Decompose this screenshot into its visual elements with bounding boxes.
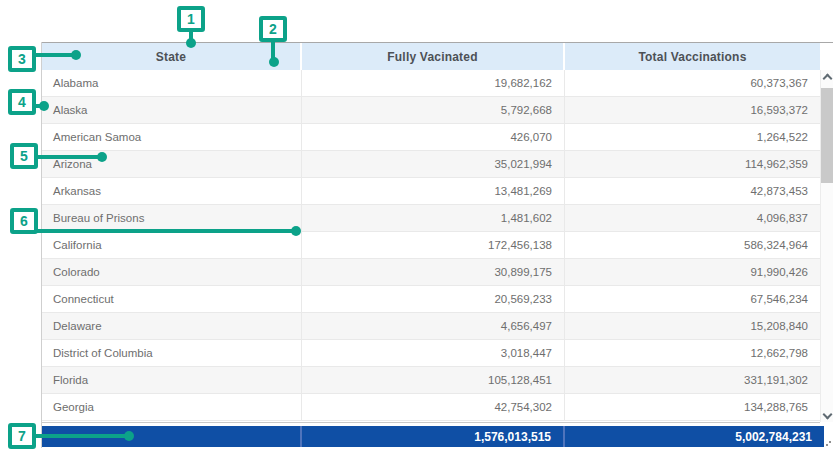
column-header-fully-vaccinated[interactable]: Fully Vacinated bbox=[302, 43, 565, 70]
summary-total-vaccinations-value: 5,002,784,231 bbox=[565, 426, 824, 447]
table-row[interactable]: Bureau of Prisons1,481,6024,096,837 bbox=[42, 205, 820, 232]
table-row[interactable]: Florida105,128,451331,191,302 bbox=[42, 367, 820, 394]
state-cell: Georgia bbox=[42, 394, 302, 420]
chevron-down-icon bbox=[822, 410, 832, 420]
fully-vaccinated-cell: 426,070 bbox=[302, 124, 565, 150]
callout-3-leader-dot bbox=[71, 50, 81, 60]
fully-vaccinated-cell: 20,569,233 bbox=[302, 286, 565, 312]
table-row[interactable]: Delaware4,656,49715,208,840 bbox=[42, 313, 820, 340]
resize-grip-icon[interactable] bbox=[826, 444, 828, 446]
table-row[interactable]: Georgia42,754,302134,288,765 bbox=[42, 394, 820, 421]
callout-7-leader-line bbox=[34, 434, 127, 438]
annotation-callout-2: 2 bbox=[259, 16, 287, 42]
column-header-state[interactable]: State bbox=[42, 43, 302, 70]
annotation-callout-4: 4 bbox=[8, 89, 36, 115]
state-cell: Delaware bbox=[42, 313, 302, 339]
fully-vaccinated-cell: 1,481,602 bbox=[302, 205, 565, 231]
state-cell: Alaska bbox=[42, 97, 302, 123]
fully-vaccinated-cell: 42,754,302 bbox=[302, 394, 565, 420]
summary-fully-vaccinated-value: 1,576,013,515 bbox=[302, 426, 565, 447]
state-cell: Bureau of Prisons bbox=[42, 205, 302, 231]
table-row[interactable]: American Samoa426,0701,264,522 bbox=[42, 124, 820, 151]
annotation-callout-3: 3 bbox=[8, 46, 36, 72]
fully-vaccinated-cell: 3,018,447 bbox=[302, 340, 565, 366]
total-vaccinations-cell: 12,662,798 bbox=[565, 340, 820, 366]
table-row[interactable]: Alabama19,682,16260,373,367 bbox=[42, 70, 820, 97]
callout-2-leader-dot bbox=[269, 57, 279, 67]
total-vaccinations-cell: 4,096,837 bbox=[565, 205, 820, 231]
annotation-callout-6: 6 bbox=[10, 208, 38, 234]
fully-vaccinated-cell: 19,682,162 bbox=[302, 70, 565, 96]
table-row[interactable]: Connecticut20,569,23367,546,234 bbox=[42, 286, 820, 313]
scroll-down-button[interactable] bbox=[821, 408, 833, 422]
total-vaccinations-cell: 114,962,359 bbox=[565, 151, 820, 177]
table-row[interactable]: California172,456,138586,324,964 bbox=[42, 232, 820, 259]
callout-5-leader-dot bbox=[97, 152, 107, 162]
total-vaccinations-cell: 331,191,302 bbox=[565, 367, 820, 393]
table-header-row: State Fully Vacinated Total Vaccinations bbox=[42, 43, 820, 70]
callout-3-leader-line bbox=[34, 53, 74, 57]
state-cell: Alabama bbox=[42, 70, 302, 96]
scrollbar-thumb[interactable] bbox=[821, 88, 833, 183]
fully-vaccinated-cell: 4,656,497 bbox=[302, 313, 565, 339]
chevron-up-icon bbox=[822, 74, 832, 84]
state-cell: Florida bbox=[42, 367, 302, 393]
callout-5-leader-line bbox=[36, 155, 100, 159]
fully-vaccinated-cell: 172,456,138 bbox=[302, 232, 565, 258]
screenshot-stage: State Fully Vacinated Total Vaccinations… bbox=[0, 0, 833, 453]
summary-row: 1,576,013,515 5,002,784,231 bbox=[42, 426, 824, 447]
state-cell: Arkansas bbox=[42, 178, 302, 204]
state-cell: American Samoa bbox=[42, 124, 302, 150]
total-vaccinations-cell: 91,990,426 bbox=[565, 259, 820, 285]
table-row[interactable]: District of Columbia3,018,44712,662,798 bbox=[42, 340, 820, 367]
callout-4-leader-dot bbox=[39, 101, 49, 111]
total-vaccinations-cell: 42,873,453 bbox=[565, 178, 820, 204]
state-cell: District of Columbia bbox=[42, 340, 302, 366]
annotation-callout-7: 7 bbox=[8, 423, 36, 449]
resize-grip-icon[interactable] bbox=[829, 441, 831, 443]
total-vaccinations-cell: 1,264,522 bbox=[565, 124, 820, 150]
callout-1-leader-dot bbox=[186, 38, 196, 48]
table-row[interactable]: Colorado30,899,17591,990,426 bbox=[42, 259, 820, 286]
state-cell: Connecticut bbox=[42, 286, 302, 312]
total-vaccinations-cell: 134,288,765 bbox=[565, 394, 820, 420]
total-vaccinations-cell: 16,593,372 bbox=[565, 97, 820, 123]
annotation-callout-5: 5 bbox=[10, 143, 38, 169]
fully-vaccinated-cell: 5,792,668 bbox=[302, 97, 565, 123]
total-vaccinations-cell: 15,208,840 bbox=[565, 313, 820, 339]
total-vaccinations-cell: 586,324,964 bbox=[565, 232, 820, 258]
fully-vaccinated-cell: 35,021,994 bbox=[302, 151, 565, 177]
fully-vaccinated-cell: 13,481,269 bbox=[302, 178, 565, 204]
table-row[interactable]: Arkansas13,481,26942,873,453 bbox=[42, 178, 820, 205]
callout-6-leader-line bbox=[36, 229, 294, 233]
table-row[interactable]: Arizona35,021,994114,962,359 bbox=[42, 151, 820, 178]
scroll-up-button[interactable] bbox=[821, 70, 833, 84]
total-vaccinations-cell: 67,546,234 bbox=[565, 286, 820, 312]
column-header-total-vaccinations[interactable]: Total Vaccinations bbox=[565, 43, 820, 70]
vertical-scrollbar[interactable] bbox=[820, 70, 833, 422]
callout-6-leader-dot bbox=[291, 226, 301, 236]
table-row[interactable]: Alaska5,792,66816,593,372 bbox=[42, 97, 820, 124]
state-cell: California bbox=[42, 232, 302, 258]
callout-7-leader-dot bbox=[124, 431, 134, 441]
annotation-callout-1: 1 bbox=[177, 6, 205, 32]
fully-vaccinated-cell: 105,128,451 bbox=[302, 367, 565, 393]
state-cell: Colorado bbox=[42, 259, 302, 285]
fully-vaccinated-cell: 30,899,175 bbox=[302, 259, 565, 285]
table-rows: Alabama19,682,16260,373,367Alaska5,792,6… bbox=[42, 70, 820, 423]
total-vaccinations-cell: 60,373,367 bbox=[565, 70, 820, 96]
